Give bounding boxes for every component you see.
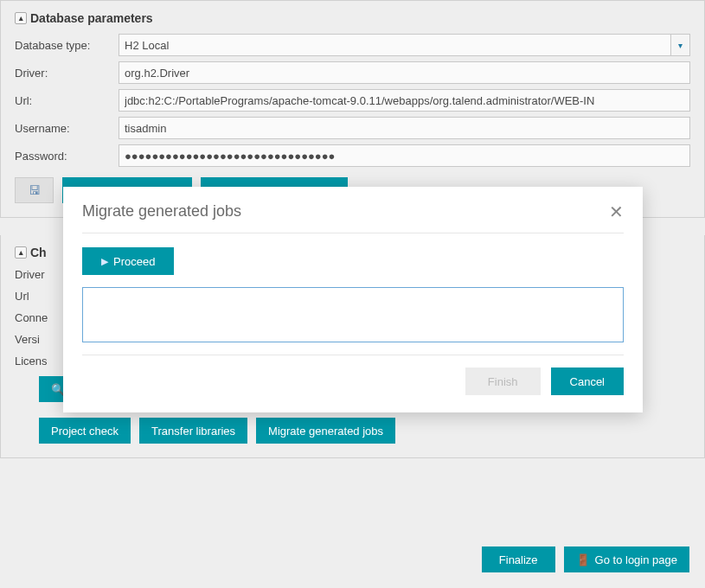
row-url: Url: (15, 89, 690, 112)
finish-label: Finish (488, 375, 518, 388)
database-parameters-panel: ▴ Database parameters Database type: ▾ D… (0, 0, 705, 218)
panel-title: Database parameters (30, 11, 153, 25)
combo-trigger-icon[interactable]: ▾ (671, 34, 690, 56)
dialog-body: ▶ Proceed (82, 247, 624, 342)
migrate-jobs-label: Migrate generated jobs (268, 425, 383, 438)
label-url: Url: (15, 94, 119, 107)
finish-button: Finish (465, 368, 541, 395)
row-password: Password: (15, 144, 690, 167)
input-database-type[interactable] (119, 34, 671, 56)
proceed-button[interactable]: ▶ Proceed (82, 247, 174, 275)
door-exit-icon: 🚪 (576, 553, 590, 566)
dialog-title: Migrate generated jobs (82, 202, 241, 220)
migrate-jobs-dialog: Migrate generated jobs ✕ ▶ Proceed Finis… (63, 187, 643, 412)
row-username: Username: (15, 117, 690, 139)
transfer-libraries-button[interactable]: Transfer libraries (139, 418, 247, 444)
footer-bar: Finalize 🚪 Go to login page (482, 546, 689, 572)
proceed-label: Proceed (113, 255, 155, 268)
check-button-row-2: Project check Transfer libraries Migrate… (39, 418, 690, 444)
label-driver: Driver: (15, 67, 119, 80)
close-icon[interactable]: ✕ (609, 203, 624, 220)
transfer-libraries-label: Transfer libraries (151, 425, 235, 438)
dialog-header: Migrate generated jobs ✕ (82, 202, 624, 233)
row-database-type: Database type: ▾ (15, 34, 690, 56)
dialog-log-area[interactable] (82, 287, 624, 342)
project-check-label: Project check (51, 425, 119, 438)
panel-header-db: ▴ Database parameters (15, 11, 690, 25)
input-driver[interactable] (119, 61, 690, 84)
migrate-jobs-button[interactable]: Migrate generated jobs (256, 418, 395, 444)
project-check-button[interactable]: Project check (39, 418, 131, 444)
combo-database-type[interactable]: ▾ (119, 34, 690, 56)
cancel-button[interactable]: Cancel (551, 368, 624, 395)
panel-title-check: Ch (30, 246, 47, 259)
row-driver: Driver: (15, 61, 690, 84)
label-password: Password: (15, 150, 119, 163)
cancel-label: Cancel (570, 375, 605, 388)
input-username[interactable] (119, 117, 690, 139)
play-icon: ▶ (101, 256, 108, 267)
finalize-label: Finalize (499, 553, 538, 566)
collapse-icon[interactable]: ▴ (15, 12, 27, 24)
label-database-type: Database type: (15, 39, 119, 52)
save-config-button[interactable]: 🖫 (15, 177, 54, 203)
input-password[interactable] (119, 144, 690, 167)
finalize-button[interactable]: Finalize (482, 546, 555, 572)
go-to-login-label: Go to login page (595, 553, 677, 566)
disk-icon: 🖫 (29, 183, 41, 197)
collapse-icon[interactable]: ▴ (15, 246, 27, 259)
label-username: Username: (15, 122, 119, 135)
input-url[interactable] (119, 89, 690, 112)
dialog-footer: Finish Cancel (82, 355, 624, 395)
go-to-login-button[interactable]: 🚪 Go to login page (564, 546, 689, 572)
